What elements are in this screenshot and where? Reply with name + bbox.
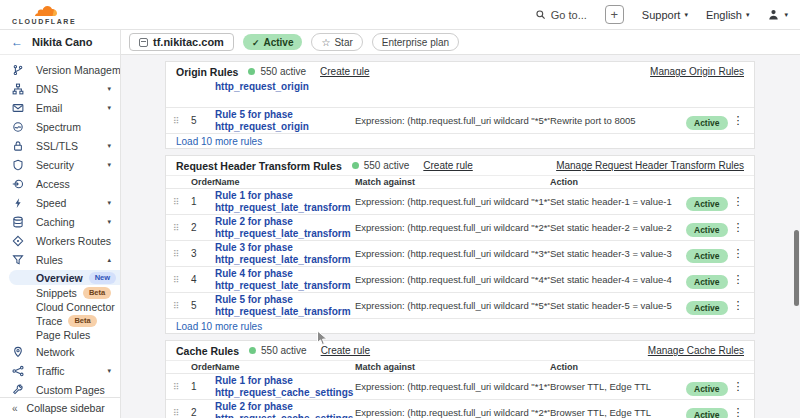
manage-transform-rules-link[interactable]: Manage Request Header Transform Rules <box>556 160 744 171</box>
sidebar-item-caching[interactable]: Caching <box>0 212 120 231</box>
user-account-menu[interactable] <box>767 8 788 21</box>
table-column-headers: Order Name Match against Action <box>166 175 754 188</box>
manage-cache-rules-link[interactable]: Manage Cache Rules <box>648 345 744 356</box>
rule-name-link[interactable]: Rule 5 for phase http_request_late_trans… <box>215 294 355 318</box>
sidebar-item-trace[interactable]: Trace Beta <box>0 314 120 327</box>
search-label: Go to... <box>551 9 587 21</box>
star-icon <box>321 37 330 48</box>
global-search[interactable]: Go to... <box>535 9 587 21</box>
shield-icon <box>12 158 25 171</box>
beta-badge: Beta <box>68 315 96 327</box>
drag-handle-icon[interactable] <box>173 301 191 311</box>
vertical-scrollbar[interactable] <box>794 230 799 306</box>
add-site-button[interactable] <box>605 5 624 24</box>
sidebar-item-dns[interactable]: DNS <box>0 79 120 98</box>
back-arrow-icon[interactable] <box>11 35 23 49</box>
sidebar-item-access[interactable]: Access <box>0 174 120 193</box>
origin-rules-header: Origin Rules 550 active Create rule Mana… <box>166 62 754 81</box>
chevron-down-icon <box>746 11 750 18</box>
rule-name-link[interactable]: Rule 2 for phase http_request_late_trans… <box>215 216 355 240</box>
sidebar-item-version-management[interactable]: Version Management <box>0 60 120 79</box>
status-badge: Active <box>686 116 728 130</box>
chevron-down-icon <box>107 142 111 149</box>
create-cache-rule-link[interactable]: Create rule <box>321 345 370 356</box>
sidebar-item-page-rules[interactable]: Page Rules <box>0 328 120 341</box>
table-row[interactable]: 1 Rule 1 for phase http_request_cache_se… <box>166 373 754 399</box>
user-icon <box>767 8 780 21</box>
table-row[interactable]: 2 Rule 2 for phase http_request_cache_se… <box>166 399 754 418</box>
sidebar-item-workers-routes[interactable]: Workers Routes <box>0 231 120 250</box>
sidebar-item-traffic[interactable]: Traffic <box>0 361 120 380</box>
kebab-menu-icon[interactable] <box>733 380 744 393</box>
sidebar-item-speed[interactable]: Speed <box>0 193 120 212</box>
drag-handle-icon[interactable] <box>173 408 191 418</box>
support-menu[interactable]: Support <box>642 9 688 21</box>
sidebar-item-rules[interactable]: Rules <box>0 250 120 269</box>
drag-handle-icon[interactable] <box>173 382 191 392</box>
kebab-menu-icon[interactable] <box>733 195 744 208</box>
rule-name-link[interactable]: Rule 2 for phase http_request_cache_sett… <box>215 401 355 418</box>
drag-handle-icon[interactable] <box>173 116 191 126</box>
rule-name-link[interactable]: Rule 1 for phase http_request_late_trans… <box>215 190 355 214</box>
access-icon <box>12 177 25 190</box>
sidebar-item-ssl-tls[interactable]: SSL/TLS <box>0 136 120 155</box>
chevron-down-icon <box>107 218 111 225</box>
rule-name-link[interactable]: Rule 5 for phase http_request_origin <box>215 109 355 133</box>
kebab-menu-icon[interactable] <box>733 247 744 260</box>
dns-icon <box>12 82 25 95</box>
create-origin-rule-link[interactable]: Create rule <box>320 66 369 77</box>
table-row[interactable]: 5 Rule 5 for phase http_request_origin E… <box>166 107 754 133</box>
sidebar: Nikita Cano Version Management DNS Email… <box>0 30 121 418</box>
cache-rules-header: Cache Rules 550 active Create rule Manag… <box>166 341 754 360</box>
kebab-menu-icon[interactable] <box>733 221 744 234</box>
zone-selector-button[interactable]: tf.nikitac.com <box>129 33 234 51</box>
table-row[interactable]: 1 Rule 1 for phase http_request_late_tra… <box>166 188 754 214</box>
drag-handle-icon[interactable] <box>173 275 191 285</box>
create-transform-rule-link[interactable]: Create rule <box>423 160 472 171</box>
rules-overview-content: Origin Rules 550 active Create rule Mana… <box>121 55 800 418</box>
sidebar-item-custom-pages[interactable]: Custom Pages <box>0 380 120 397</box>
table-row[interactable]: 5 Rule 5 for phase http_request_late_tra… <box>166 292 754 318</box>
chevron-down-icon <box>107 367 111 374</box>
sidebar-item-cloud-connector[interactable]: Cloud Connector Beta <box>0 300 120 313</box>
account-header[interactable]: Nikita Cano <box>0 30 120 55</box>
sidebar-item-network[interactable]: Network <box>0 342 120 361</box>
rule-name-link[interactable]: Rule 1 for phase http_request_cache_sett… <box>215 375 355 399</box>
collapse-sidebar-button[interactable]: Collapse sidebar <box>0 397 120 418</box>
kebab-menu-icon[interactable] <box>733 273 744 286</box>
drag-handle-icon[interactable] <box>173 223 191 233</box>
star-button[interactable]: Star <box>311 33 362 51</box>
table-row-clipped[interactable]: http_request_origin <box>166 81 754 107</box>
chevron-up-icon <box>107 256 111 263</box>
sidebar-item-spectrum[interactable]: Spectrum <box>0 117 120 136</box>
main-area: tf.nikitac.com Active Star Enterprise pl… <box>121 30 800 418</box>
table-row[interactable]: 3 Rule 3 for phase http_request_late_tra… <box>166 240 754 266</box>
zone-header: tf.nikitac.com Active Star Enterprise pl… <box>121 30 800 55</box>
sidebar-item-snippets[interactable]: Snippets Beta <box>0 286 120 299</box>
account-name: Nikita Cano <box>32 36 93 48</box>
rule-name-link[interactable]: Rule 4 for phase http_request_late_trans… <box>215 268 355 292</box>
sidebar-item-email[interactable]: Email <box>0 98 120 117</box>
kebab-menu-icon[interactable] <box>733 406 744 418</box>
table-row[interactable]: 4 Rule 4 for phase http_request_late_tra… <box>166 266 754 292</box>
traffic-split-icon <box>12 364 25 377</box>
rule-name-link[interactable]: Rule 3 for phase http_request_late_trans… <box>215 242 355 266</box>
kebab-menu-icon[interactable] <box>733 114 744 127</box>
beta-badge: Beta <box>83 287 111 299</box>
status-badge: Active <box>686 249 728 263</box>
sidebar-item-security[interactable]: Security <box>0 155 120 174</box>
manage-origin-rules-link[interactable]: Manage Origin Rules <box>650 66 744 77</box>
language-menu[interactable]: English <box>706 9 750 21</box>
status-badge: Active <box>686 275 728 289</box>
drag-handle-icon[interactable] <box>173 249 191 259</box>
load-more-link[interactable]: Load 10 more rules <box>176 321 262 332</box>
kebab-menu-icon[interactable] <box>733 299 744 312</box>
cloudflare-logo[interactable]: CLOUDFLARE <box>12 4 76 25</box>
domain-icon <box>139 38 148 47</box>
load-more-link[interactable]: Load 10 more rules <box>176 136 262 147</box>
sidebar-item-overview[interactable]: Overview New <box>9 270 120 285</box>
search-icon <box>535 9 546 20</box>
table-row[interactable]: 2 Rule 2 for phase http_request_late_tra… <box>166 214 754 240</box>
status-badge: Active <box>686 197 728 211</box>
drag-handle-icon[interactable] <box>173 197 191 207</box>
